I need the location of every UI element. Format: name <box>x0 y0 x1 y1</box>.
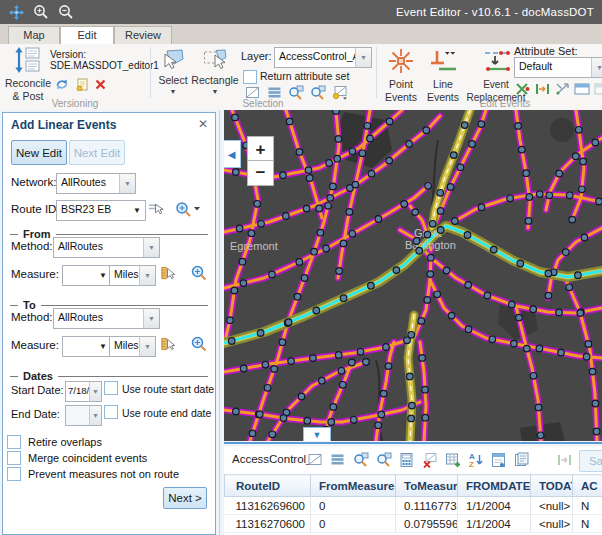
zoom-to-selection-icon[interactable] <box>352 451 369 468</box>
chevron-down-icon: ▼ <box>355 48 371 67</box>
from-measure-combo[interactable]: ▼ <box>62 265 112 286</box>
event-replacement-label: Event <box>483 79 509 91</box>
tab-map[interactable]: Map <box>8 26 60 44</box>
network-select[interactable]: AllRoutes ▼ <box>56 173 136 194</box>
add-to-table-icon[interactable] <box>444 451 461 468</box>
split-event-icon[interactable] <box>534 81 550 96</box>
table-options-icon[interactable] <box>513 451 530 468</box>
route-id-value: BSR23 EB <box>61 203 111 215</box>
sort-az-icon[interactable]: AZ <box>467 451 484 468</box>
from-measure-label: Measure: <box>11 268 59 280</box>
reconcile-post-icon <box>13 47 43 76</box>
snap-events-icon[interactable] <box>554 81 570 96</box>
reconcile-version-icon[interactable] <box>54 77 70 92</box>
network-label: Network: <box>11 176 56 188</box>
from-unit-select[interactable]: Miles ▼ <box>109 265 156 286</box>
reconcile-post-label: Reconcile <box>5 78 51 90</box>
route-id-combo[interactable]: BSR23 EB ▼ <box>56 200 146 221</box>
clear-selection-icon[interactable] <box>421 451 438 468</box>
attribute-form-icon[interactable] <box>490 451 507 468</box>
post-version-icon[interactable] <box>74 77 90 92</box>
merge-coincident-label: Merge coincident events <box>28 452 147 464</box>
retire-overlaps-checkbox[interactable] <box>7 435 21 449</box>
next-edit-button[interactable]: Next Edit <box>69 140 125 165</box>
zoom-to-selected-icon[interactable] <box>375 451 392 468</box>
zoom-out-icon[interactable] <box>58 4 74 20</box>
layer-label: Layer: <box>241 50 272 62</box>
pick-measure-icon[interactable] <box>160 336 176 351</box>
chevron-down-icon: ▼ <box>139 266 155 285</box>
retire-overlaps-option[interactable]: Retire overlaps <box>7 435 102 449</box>
from-method-label: Method: <box>11 240 53 252</box>
return-attribute-set-label: Return attribute set <box>260 70 349 82</box>
prevent-measures-option[interactable]: Prevent measures not on route <box>7 467 179 481</box>
use-route-end-checkbox[interactable] <box>104 405 118 419</box>
close-icon[interactable]: ✕ <box>198 117 208 131</box>
line-events-button[interactable]: Line Events <box>423 46 463 104</box>
from-method-select[interactable]: AllRoutes ▼ <box>53 237 160 258</box>
col-accesscontrol[interactable]: AC <box>573 475 602 497</box>
zoom-to-measure-icon[interactable] <box>191 336 207 351</box>
select-by-shape-icon[interactable] <box>306 451 323 468</box>
to-unit-select[interactable]: Miles ▼ <box>109 336 156 357</box>
zoom-to-measure-icon[interactable] <box>191 265 207 280</box>
field-calculator-icon[interactable] <box>398 451 415 468</box>
select-all-rows-icon[interactable] <box>329 451 346 468</box>
to-measure-combo[interactable]: ▼ <box>62 336 112 357</box>
app-window: Event Editor - v10.6.1 - docMassDOT Map … <box>0 0 602 535</box>
col-frommeasure[interactable]: FromMeasure <box>311 475 396 497</box>
use-route-start-checkbox[interactable] <box>104 381 118 395</box>
table-row[interactable]: 11316270600 0 0.0795596 1/1/2004 <null> … <box>225 515 602 533</box>
col-todate[interactable]: TODATE <box>531 475 573 497</box>
attribute-table: RouteID FromMeasure ToMeasure FROMDATE T… <box>224 474 602 533</box>
rectangle-select-icon <box>203 48 227 73</box>
map-canvas[interactable]: Egremont Great Barrington <box>224 110 602 441</box>
attribute-set-select[interactable]: Default ▼ <box>514 57 602 78</box>
to-method-label: Method: <box>11 311 53 323</box>
merge-coincident-option[interactable]: Merge coincident events <box>7 451 147 465</box>
collapse-panel-button[interactable]: ◀ <box>224 140 241 168</box>
pan-icon[interactable] <box>8 4 24 20</box>
pick-measure-icon[interactable] <box>160 265 176 280</box>
table-row[interactable]: 11316269600 0 0.1116773 1/1/2004 <null> … <box>225 497 602 515</box>
versioning-group-label: Versioning <box>0 98 150 109</box>
select-button[interactable]: Select ▼ <box>156 46 190 95</box>
select-route-icon[interactable] <box>147 201 163 216</box>
chevron-down-icon: ▼ <box>119 174 135 193</box>
layer-select[interactable]: AccessControl_A ▼ <box>274 47 372 68</box>
split-record-icon[interactable] <box>556 451 573 468</box>
col-fromdate[interactable]: FROMDATE <box>458 475 531 497</box>
from-unit-value: Miles <box>114 268 139 280</box>
rectangle-button[interactable]: Rectangle ▼ <box>192 46 238 95</box>
end-date-combo[interactable]: ▼ <box>65 405 102 426</box>
attribute-window-icon[interactable] <box>574 81 590 96</box>
col-routeid[interactable]: RouteID <box>225 475 311 497</box>
merge-events-icon[interactable] <box>514 81 530 96</box>
collapse-table-button[interactable]: ▼ <box>303 427 331 441</box>
col-tomeasure[interactable]: ToMeasure <box>396 475 458 497</box>
events-window-icon[interactable] <box>594 81 602 96</box>
chevron-down-icon: ▼ <box>212 88 219 95</box>
next-button[interactable]: Next > <box>163 487 207 509</box>
point-events-button[interactable]: Point Events <box>381 46 421 104</box>
save-button[interactable]: Save <box>579 450 602 472</box>
version-value: SDE.MASSDOT_editor1 <box>50 60 159 71</box>
tab-review[interactable]: Review <box>114 26 172 44</box>
new-edit-button[interactable]: New Edit <box>11 140 67 165</box>
tab-edit[interactable]: Edit <box>60 26 114 45</box>
prevent-measures-checkbox[interactable] <box>7 467 21 481</box>
zoom-in-icon[interactable] <box>33 4 49 20</box>
map-zoom-out-button[interactable]: − <box>247 160 274 186</box>
panel-splitter[interactable] <box>219 110 220 535</box>
to-method-select[interactable]: AllRoutes ▼ <box>53 308 160 329</box>
zoom-to-route-icon[interactable] <box>175 201 201 216</box>
map-zoom-in-button[interactable]: + <box>247 136 274 163</box>
table-header-row: RouteID FromMeasure ToMeasure FROMDATE T… <box>225 475 602 497</box>
reconcile-post-button[interactable]: Reconcile & Post <box>4 45 52 103</box>
merge-coincident-checkbox[interactable] <box>7 451 21 465</box>
delete-version-icon[interactable] <box>92 77 108 92</box>
return-attribute-set-checkbox[interactable] <box>243 70 257 84</box>
attribute-set-label: Attribute Set: <box>514 45 578 57</box>
ribbon-separator <box>376 47 377 98</box>
start-date-combo[interactable]: 7/18/ ▼ <box>65 381 102 402</box>
